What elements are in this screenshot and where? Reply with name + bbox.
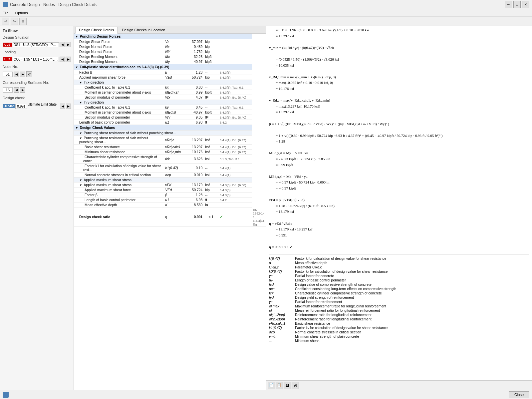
close-button[interactable]: Close xyxy=(509,391,529,398)
dc-prev-button[interactable]: ◀ xyxy=(60,104,65,109)
section-header-cell: ▼ Full-plastic shear distribution acc. t… xyxy=(74,64,252,70)
formula-line: = 13.297 ksf xyxy=(276,33,529,39)
restore-button[interactable]: □ xyxy=(513,1,521,8)
subsection-expand-icon[interactable]: ▼ xyxy=(79,179,83,182)
legend-row: γsPartial factor for reinforcement xyxy=(269,300,529,304)
table-row: ▼ Applied maximum shear stressvEd13.179k… xyxy=(74,183,266,188)
row-name: Applied maximum shear force xyxy=(79,75,126,79)
design-check-desc: Ultimate Limit State |... xyxy=(28,103,59,110)
surface-prev-button[interactable]: ◀ xyxy=(14,87,19,93)
row-symbol: Nx xyxy=(164,44,182,49)
row-symbol: NY xyxy=(164,49,182,54)
loading-combo[interactable]: ULS CO3 - 1.35 * LC1 + 1.50 * LC2 + 0.7.… xyxy=(3,57,71,62)
table-row: Design Normal ForceNx0.489kip xyxy=(74,44,266,49)
formula-line: = 1.28 · |50.724 kip| / (6.93 ft · 8.530… xyxy=(276,203,529,209)
legend-desc: Normal concrete stresses in critical sec… xyxy=(295,330,361,334)
table-row: Applied maximum shear forceVEd50.724kip6… xyxy=(74,75,266,80)
row-ref: 6.4.4(1) xyxy=(218,164,252,173)
row-name: Normal concrete stresses in critical sec… xyxy=(85,173,151,177)
legend-key: αcc xyxy=(269,287,292,291)
design-check-ratio-input[interactable] xyxy=(15,104,27,109)
design-check-label: Design check xyxy=(3,96,71,100)
formula-line: MEd,y,sl = My + VEd · xu xyxy=(269,150,529,156)
loading-next-button[interactable]: ▶ xyxy=(66,57,71,62)
tab-design-check-details[interactable]: Design Check Details xyxy=(75,27,118,34)
loading-label: Loading xyxy=(3,50,71,54)
subsection-header-label: In x-direction xyxy=(84,80,104,84)
tab-design-checks-location[interactable]: Design Checks in Location xyxy=(118,27,169,33)
row-name: Coefficient k acc. to Table 6.1 xyxy=(85,85,130,89)
section-expand-icon[interactable]: ▼ xyxy=(75,126,79,130)
toolbar-back-button[interactable]: ↩ xyxy=(2,18,9,25)
menu-file[interactable]: File xyxy=(1,10,10,16)
toolbar-minus-button[interactable]: ⊟ xyxy=(19,18,27,25)
surfaces-row: ◀ ▶ xyxy=(3,87,71,93)
loading-prev-button[interactable]: ◀ xyxy=(60,57,65,62)
export-button-1[interactable]: 📄 xyxy=(268,382,275,389)
row-symbol: vRd,calc1 xyxy=(164,145,182,150)
node-no-input[interactable] xyxy=(3,72,13,77)
section-expand-icon[interactable]: ▼ xyxy=(75,35,79,38)
subsection-header-label: Applied maximum shear stress xyxy=(84,178,132,182)
design-situation-combo[interactable]: ULS DS1 - ULS (STR/GEO) - Permanent an..… xyxy=(3,42,71,47)
uls-prev-button[interactable]: ◀ xyxy=(60,42,65,47)
expand-icon[interactable]: ▼ xyxy=(79,184,83,187)
section-header-cell: ▼ Design Check Values xyxy=(74,125,252,131)
uls-next-button[interactable]: ▶ xyxy=(66,42,71,47)
row-ref: 6.4.4(1), Eq. (6.47) xyxy=(218,136,252,145)
legend-desc: Basic shear resistance xyxy=(295,321,330,325)
legend-desc: Factor k₁ for calculation of design valu… xyxy=(295,326,388,330)
refresh-button[interactable]: ↺ xyxy=(26,71,32,77)
export-button-3[interactable]: 🖼 xyxy=(284,382,291,389)
table-row: Factor k1 for calculation of design valu… xyxy=(74,164,266,173)
row-symbol: MEd,y,sl xyxy=(164,90,182,95)
subsection-expand-icon[interactable]: ▼ xyxy=(79,81,83,84)
row-name: Applied maximum shear stress xyxy=(84,183,132,187)
formula-line: = (0.0525 / 1.50) · (1.96)^(3/2) · √3.62… xyxy=(276,57,529,63)
formula-line: = -40.97 kipft xyxy=(276,186,529,192)
subsection-expand-icon[interactable]: ▼ xyxy=(79,132,83,135)
legend-key: σcp xyxy=(269,330,292,334)
subsection-expand-icon[interactable]: ▼ xyxy=(79,101,83,104)
formula-line xyxy=(269,39,529,45)
row-value: 0.991 xyxy=(182,207,204,227)
close-window-button[interactable]: ✕ xyxy=(522,1,529,8)
surfaces-input[interactable] xyxy=(3,87,13,93)
legend-key: vRd,calc,1 xyxy=(269,321,292,325)
tab-bar: Design Check Details Design Checks in Lo… xyxy=(74,26,266,34)
subsection-header-row: ▼ In x-direction xyxy=(74,80,266,85)
row-symbol: My xyxy=(164,59,182,64)
row-name: Design Normal Force xyxy=(79,45,112,49)
table-row: Applied maximum shear forceVEd50.724kip6… xyxy=(74,188,266,193)
uls-value: DS1 - ULS (STR/GEO) - Permanent an... xyxy=(13,42,59,47)
minimize-button[interactable]: ─ xyxy=(505,1,512,8)
design-check-code: UL0400 xyxy=(3,104,15,108)
section-expand-icon[interactable]: ▼ xyxy=(75,66,79,69)
row-unit: kip xyxy=(204,49,218,54)
formula-line xyxy=(269,92,529,98)
row-symbol: u1 xyxy=(164,198,182,202)
loading-value: CO3 - 1.35 * LC1 + 1.50 * LC2 + 0.7... xyxy=(13,57,59,62)
legend-key: ρl,max xyxy=(269,304,292,308)
row-unit: in xyxy=(204,202,218,207)
node-next-button[interactable]: ▶ xyxy=(20,72,25,77)
surface-next-button[interactable]: ▶ xyxy=(20,87,25,93)
legend-key: fyd xyxy=(269,295,292,299)
row-ref xyxy=(218,59,252,64)
dc-next-button[interactable]: ▶ xyxy=(66,104,71,109)
row-value: 0.10 xyxy=(182,164,204,173)
toolbar-forward-button[interactable]: ↪ xyxy=(11,18,18,25)
row-unit: kipft xyxy=(204,110,218,115)
export-button-2[interactable]: 📋 xyxy=(276,382,283,389)
row-symbol: d xyxy=(164,202,182,207)
row-value: 13.297 xyxy=(182,136,204,145)
row-ref: 6.4.3(3), Eq. (6.40) xyxy=(218,115,252,120)
menu-options[interactable]: Options xyxy=(14,10,29,16)
row-symbol: β xyxy=(164,193,182,198)
row-value: 0.010 xyxy=(182,173,204,178)
row-ref: 6.4.3(3) xyxy=(218,193,252,198)
node-prev-button[interactable]: ◀ xyxy=(14,72,19,77)
row-ref: 6.4.3(3) xyxy=(218,188,252,193)
print-button[interactable]: 🖨 xyxy=(292,382,299,389)
expand-icon[interactable]: ▼ xyxy=(79,137,83,140)
